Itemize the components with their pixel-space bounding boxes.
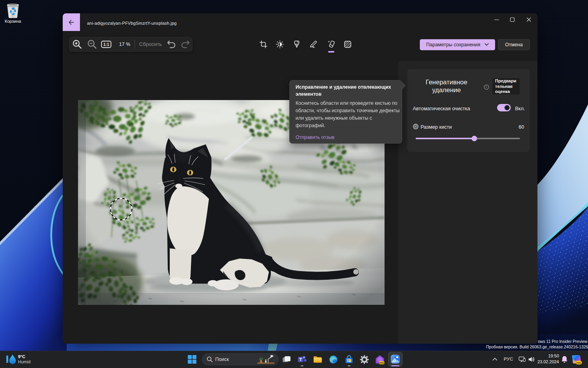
svg-text:PRE: PRE — [576, 362, 581, 364]
svg-text:1:1: 1:1 — [103, 42, 109, 47]
svg-text:PRE: PRE — [379, 362, 384, 364]
